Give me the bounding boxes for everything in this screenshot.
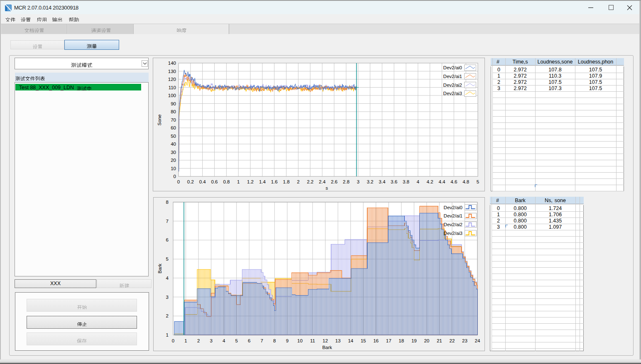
svg-text:23: 23 [462, 338, 467, 343]
svg-text:120: 120 [168, 77, 176, 82]
svg-text:2: 2 [297, 179, 299, 184]
svg-text:3.2: 3.2 [367, 179, 373, 184]
svg-text:18: 18 [399, 338, 404, 343]
svg-text:Dev2/ai0: Dev2/ai0 [444, 205, 462, 210]
svg-text:2: 2 [197, 338, 200, 343]
svg-text:6: 6 [166, 237, 169, 242]
svg-text:10: 10 [171, 166, 176, 171]
svg-text:50: 50 [171, 134, 176, 139]
svg-text:0.8: 0.8 [223, 179, 230, 184]
svg-text:Dev2/ai3: Dev2/ai3 [443, 91, 462, 96]
svg-text:0: 0 [172, 338, 174, 343]
svg-text:80: 80 [171, 109, 176, 114]
svg-text:3: 3 [497, 86, 500, 91]
svg-text:Bark: Bark [157, 264, 162, 274]
svg-text:3.8: 3.8 [403, 179, 409, 184]
svg-text:1.706: 1.706 [549, 212, 562, 217]
svg-text:2.972: 2.972 [514, 79, 526, 85]
svg-text:24: 24 [475, 338, 480, 343]
svg-text:5: 5 [166, 257, 169, 261]
svg-text:3: 3 [166, 295, 169, 300]
svg-text:107.3: 107.3 [548, 86, 561, 91]
svg-text:3.4: 3.4 [379, 179, 386, 184]
svg-text:Dev2/ai0: Dev2/ai0 [443, 65, 462, 70]
svg-text:20: 20 [424, 338, 429, 343]
svg-text:2: 2 [497, 218, 500, 224]
svg-text:107.5: 107.5 [589, 67, 602, 73]
svg-text:Sone: Sone [157, 115, 162, 126]
svg-text:Dev2/ai2: Dev2/ai2 [443, 83, 462, 88]
svg-text:2: 2 [166, 313, 169, 318]
svg-text:#: # [497, 59, 499, 65]
svg-text:3.6: 3.6 [391, 179, 397, 184]
svg-text:2.4: 2.4 [319, 179, 326, 184]
svg-text:2: 2 [497, 79, 500, 85]
svg-text:Bark: Bark [515, 198, 526, 203]
svg-text:1: 1 [166, 332, 169, 337]
svg-text:0.800: 0.800 [514, 224, 526, 230]
svg-text:0.800: 0.800 [514, 218, 526, 224]
svg-text:0: 0 [497, 67, 500, 73]
svg-text:107.9: 107.9 [589, 73, 602, 79]
svg-text:130: 130 [168, 69, 176, 74]
svg-text:14: 14 [348, 338, 353, 343]
svg-text:1.6: 1.6 [271, 179, 278, 184]
svg-text:30: 30 [171, 150, 176, 155]
svg-text:1: 1 [497, 212, 500, 217]
svg-text:2.972: 2.972 [514, 73, 526, 79]
svg-text:Dev2/ai1: Dev2/ai1 [443, 74, 462, 79]
svg-text:Ns, sone: Ns, sone [545, 198, 566, 203]
svg-text:#: # [496, 198, 499, 203]
svg-text:4: 4 [223, 338, 225, 343]
svg-text:4.2: 4.2 [427, 179, 433, 184]
svg-text:0: 0 [177, 179, 180, 184]
svg-text:140: 140 [168, 61, 176, 66]
svg-text:5: 5 [477, 179, 479, 184]
svg-text:0.4: 0.4 [199, 179, 206, 184]
svg-text:4: 4 [417, 179, 420, 184]
svg-text:Loudness,phon: Loudness,phon [578, 59, 614, 65]
svg-text:60: 60 [171, 125, 176, 130]
svg-text:107.8: 107.8 [548, 67, 561, 73]
svg-text:4: 4 [166, 276, 169, 281]
svg-text:40: 40 [171, 142, 176, 147]
svg-text:0: 0 [174, 174, 176, 179]
svg-text:21: 21 [437, 338, 442, 343]
svg-text:70: 70 [171, 117, 176, 122]
svg-text:107.5: 107.5 [589, 79, 602, 85]
svg-text:100: 100 [168, 93, 176, 98]
svg-text:4.6: 4.6 [450, 179, 457, 184]
svg-text:12: 12 [323, 338, 328, 343]
svg-text:Dev2/ai1: Dev2/ai1 [444, 213, 462, 218]
svg-text:107.5: 107.5 [548, 79, 561, 85]
svg-text:4.4: 4.4 [439, 179, 446, 184]
svg-text:1: 1 [237, 179, 240, 184]
svg-text:22: 22 [450, 338, 455, 343]
svg-text:2.8: 2.8 [343, 179, 350, 184]
svg-text:13: 13 [335, 338, 341, 343]
svg-text:Loudness,sone: Loudness,sone [538, 59, 573, 65]
svg-text:2.972: 2.972 [514, 86, 526, 91]
svg-text:7: 7 [166, 219, 169, 224]
svg-text:0.800: 0.800 [514, 212, 526, 217]
svg-text:4.8: 4.8 [462, 179, 469, 184]
svg-text:2.6: 2.6 [331, 179, 338, 184]
svg-text:17: 17 [386, 338, 391, 343]
svg-text:1.8: 1.8 [283, 179, 290, 184]
svg-text:s: s [325, 186, 328, 191]
svg-text:9: 9 [286, 338, 289, 343]
svg-text:1: 1 [184, 338, 187, 343]
svg-text:19: 19 [411, 338, 417, 343]
svg-text:2.2: 2.2 [307, 179, 313, 184]
svg-text:0.800: 0.800 [514, 205, 526, 211]
svg-text:8: 8 [166, 200, 169, 205]
svg-text:110.3: 110.3 [549, 73, 561, 79]
svg-text:1.4: 1.4 [259, 179, 266, 184]
svg-text:1.2: 1.2 [247, 179, 254, 184]
svg-text:1: 1 [497, 73, 500, 79]
svg-text:6: 6 [248, 338, 250, 343]
svg-text:110: 110 [169, 85, 176, 90]
svg-text:0: 0 [497, 205, 500, 211]
svg-text:3: 3 [357, 179, 359, 184]
svg-text:Bark: Bark [322, 345, 332, 350]
